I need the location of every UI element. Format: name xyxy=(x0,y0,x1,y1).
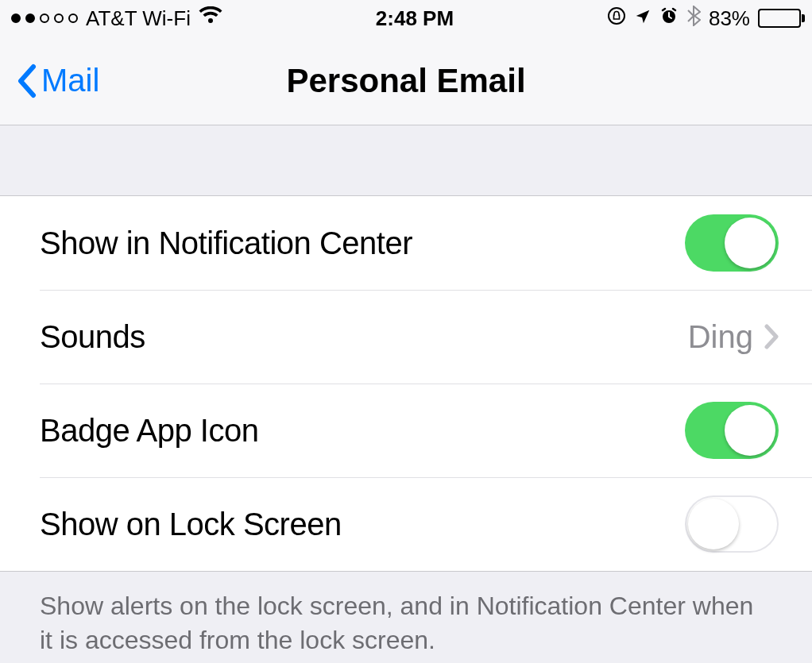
row-badge-app-icon[interactable]: Badge App Icon xyxy=(0,384,812,477)
back-label: Mail xyxy=(41,63,99,98)
orientation-lock-icon xyxy=(607,6,626,31)
clock-label: 2:48 PM xyxy=(376,6,454,31)
chevron-left-icon xyxy=(16,64,37,98)
battery-icon xyxy=(758,9,801,28)
wifi-icon xyxy=(199,6,222,31)
bluetooth-icon xyxy=(686,6,701,32)
row-label: Badge App Icon xyxy=(40,413,258,449)
row-show-in-notification-center[interactable]: Show in Notification Center xyxy=(0,196,812,290)
row-label: Show in Notification Center xyxy=(40,225,412,261)
svg-point-0 xyxy=(609,8,624,24)
row-label: Show on Lock Screen xyxy=(40,507,342,542)
location-icon xyxy=(634,6,652,31)
row-sounds[interactable]: Sounds Ding xyxy=(0,290,812,384)
toggle-badge-app-icon[interactable] xyxy=(685,402,779,459)
row-label: Sounds xyxy=(40,319,145,355)
carrier-label: AT&T Wi-Fi xyxy=(86,6,191,31)
back-button[interactable]: Mail xyxy=(16,63,99,98)
settings-list: Show in Notification Center Sounds Ding … xyxy=(0,195,812,572)
status-bar: AT&T Wi-Fi 2:48 PM 83% xyxy=(0,0,812,37)
signal-dots xyxy=(11,13,78,23)
section-gap xyxy=(0,125,812,195)
status-right: 83% xyxy=(607,6,801,32)
row-show-on-lock-screen[interactable]: Show on Lock Screen xyxy=(0,477,812,571)
battery-pct-label: 83% xyxy=(709,6,750,31)
toggle-show-in-notification-center[interactable] xyxy=(685,214,779,272)
status-left: AT&T Wi-Fi xyxy=(11,6,222,31)
chevron-right-icon xyxy=(764,324,779,349)
footer-note: Show alerts on the lock screen, and in N… xyxy=(0,572,812,663)
toggle-show-on-lock-screen[interactable] xyxy=(685,495,779,553)
row-value: Ding xyxy=(688,319,753,355)
page-title: Personal Email xyxy=(286,62,525,100)
alarm-icon xyxy=(659,6,679,31)
navbar: Mail Personal Email xyxy=(0,37,812,125)
